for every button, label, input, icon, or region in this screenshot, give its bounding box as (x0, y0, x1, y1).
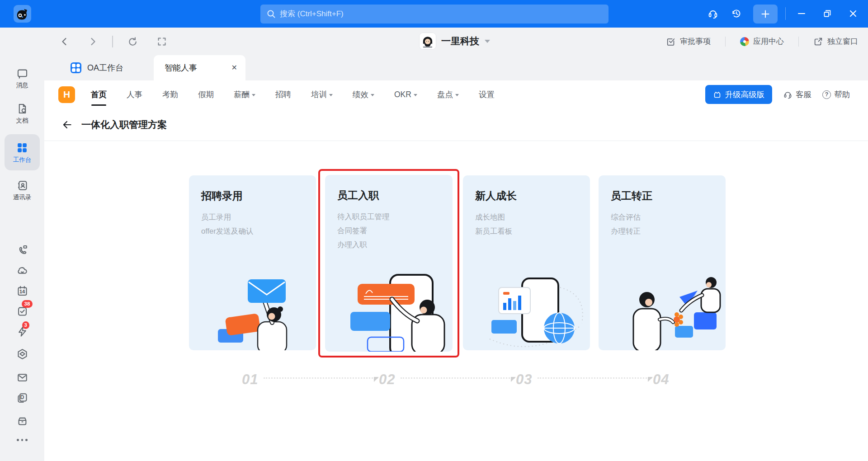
fullscreen-icon[interactable] (155, 35, 169, 48)
app-center-label: 应用中心 (753, 36, 784, 47)
recruit-illustration (214, 276, 316, 350)
sidebar-tool-flash[interactable]: 3 (0, 325, 44, 338)
sidebar-more-button[interactable] (0, 439, 44, 441)
global-search[interactable] (260, 5, 609, 24)
drawer-box-icon (16, 414, 28, 427)
sidebar-tool-cloud-disk[interactable] (0, 264, 44, 277)
new-action-button[interactable] (753, 5, 778, 24)
tab-oa-workbench[interactable]: OA工作台 (61, 55, 132, 80)
todo-badge: 38 (22, 300, 33, 308)
sidebar-tool-todo[interactable]: 38 (0, 305, 44, 317)
external-window-icon (813, 37, 823, 47)
step-connector (401, 377, 515, 379)
tab-smart-hr[interactable]: 智能人事 ✕ (154, 55, 245, 80)
step-04: 04 (653, 372, 669, 388)
forward-icon[interactable] (86, 35, 99, 48)
process-steps: 01 02 03 04 (242, 372, 780, 388)
chrome-divider (112, 36, 113, 47)
approval-items-label: 审批事项 (680, 36, 711, 47)
customer-support-link[interactable]: 客服 (783, 89, 811, 100)
chevron-down-icon (252, 94, 255, 98)
sidebar-tool-projects[interactable] (0, 348, 44, 360)
sidebar-tool-calendar[interactable]: 14 (0, 285, 44, 297)
nav-item-salary[interactable]: 薪酬 (234, 80, 255, 108)
app-logo-icon (14, 5, 31, 23)
card-recruit-hire[interactable]: 招聘录用 员工录用 offer发送及确认 (189, 175, 316, 350)
refresh-icon[interactable] (126, 35, 139, 48)
sidebar-item-messages[interactable]: 消息 (0, 67, 44, 89)
restore-button[interactable] (821, 8, 833, 19)
nav-item-performance[interactable]: 绩效 (353, 80, 374, 108)
tab-close-icon[interactable]: ✕ (231, 64, 237, 71)
approval-items-link[interactable]: 审批事项 (663, 36, 713, 47)
hr-app-logo: H (58, 86, 75, 103)
back-arrow-icon[interactable] (61, 119, 73, 131)
nav-item-inventory[interactable]: 盘点 (437, 80, 459, 108)
crown-icon (713, 90, 722, 99)
nav-item-home[interactable]: 首页 (91, 80, 107, 108)
chevron-down-icon (329, 94, 333, 98)
workbench-grid-icon (16, 141, 28, 154)
sidebar-item-docs[interactable]: 文档 (0, 103, 44, 125)
org-avatar (420, 33, 436, 49)
nav-item-hr[interactable]: 人事 (127, 80, 142, 108)
sidebar-tool-dingdocs[interactable]: D (0, 392, 44, 404)
more-dots-icon (17, 439, 28, 441)
tab-strip: OA工作台 智能人事 ✕ (44, 55, 868, 80)
card-employee-onboarding[interactable]: 员工入职 待入职员工管理 合同签署 办理入职 (325, 175, 453, 352)
page-header: 一体化入职管理方案 (44, 108, 868, 141)
chrome-toolbar: 一里科技 审批事项 应用中心 独立窗口 (0, 28, 868, 55)
card-regularization[interactable]: 员工转正 综合评估 办理转正 (599, 175, 726, 350)
nav-item-recruit[interactable]: 招聘 (275, 80, 291, 108)
upgrade-premium-button[interactable]: 升级高级版 (705, 85, 773, 104)
chevron-down-icon (371, 94, 374, 98)
question-icon: ? (822, 90, 831, 99)
chat-bubble-icon (18, 70, 26, 78)
app-center-link[interactable]: 应用中心 (737, 36, 787, 47)
back-icon[interactable] (58, 35, 71, 48)
step-connector (538, 377, 652, 379)
hr-app-navbar: H 首页 人事 考勤 假期 薪酬 招聘 培训 绩效 OKR 盘点 设置 升级高级… (44, 80, 868, 108)
app-window: 一里科技 审批事项 应用中心 独立窗口 (0, 0, 868, 461)
search-icon (267, 9, 276, 19)
history-icon[interactable] (731, 8, 742, 19)
chevron-down-icon (414, 94, 417, 98)
sidebar-item-workbench[interactable]: 工作台 (0, 141, 44, 164)
support-headset-icon (783, 90, 793, 99)
titlebar-divider (785, 7, 786, 20)
org-switcher[interactable]: 一里科技 (420, 33, 490, 49)
sidebar-tool-storage[interactable] (0, 414, 44, 427)
step-connector (264, 377, 378, 379)
regularization-illustration (622, 269, 726, 350)
nav-item-training[interactable]: 培训 (311, 80, 333, 108)
step-01: 01 (242, 372, 379, 388)
org-name: 一里科技 (441, 35, 479, 47)
headset-icon[interactable] (707, 8, 719, 19)
nav-item-okr[interactable]: OKR (394, 80, 417, 108)
search-input[interactable] (280, 9, 602, 19)
sidebar-item-contacts[interactable]: 通讯录 (0, 179, 44, 202)
onboarding-illustration (344, 270, 453, 352)
mail-icon (16, 372, 28, 384)
stack-hexagon-icon (16, 348, 28, 360)
sidebar-tool-mail[interactable] (0, 372, 44, 384)
minimize-button[interactable] (796, 8, 807, 19)
standalone-window-label: 独立窗口 (827, 36, 858, 47)
cloud-icon (16, 264, 28, 277)
video-call-icon (16, 244, 28, 256)
close-button[interactable] (847, 8, 859, 19)
approval-check-icon (666, 37, 676, 47)
workbench-grid-icon (71, 62, 81, 73)
step-02: 02 (379, 372, 516, 388)
org-dropdown-caret (485, 40, 490, 46)
sidebar-tool-video-call[interactable] (0, 244, 44, 256)
nav-item-leave[interactable]: 假期 (198, 80, 214, 108)
nav-item-settings[interactable]: 设置 (479, 80, 495, 108)
help-link[interactable]: ? 帮助 (822, 89, 850, 100)
card-newcomer-growth[interactable]: 新人成长 成长地图 新员工看板 (463, 175, 590, 350)
nav-item-attendance[interactable]: 考勤 (162, 80, 178, 108)
title-bar (0, 0, 868, 28)
app-center-icon (740, 37, 749, 46)
main-content: H 首页 人事 考勤 假期 薪酬 招聘 培训 绩效 OKR 盘点 设置 升级高级… (44, 80, 868, 461)
standalone-window-link[interactable]: 独立窗口 (811, 36, 861, 47)
